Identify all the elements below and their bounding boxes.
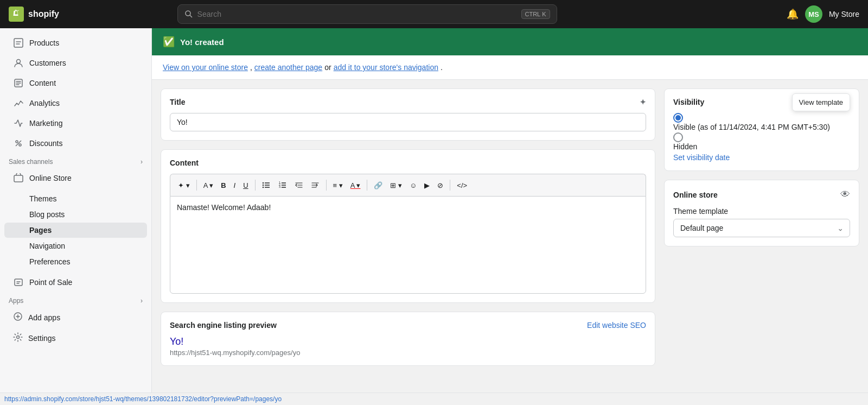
svg-point-13 xyxy=(262,182,263,183)
remove-format-btn[interactable]: ⊘ xyxy=(434,179,446,192)
eye-icon[interactable]: 👁 xyxy=(840,189,850,200)
sidebar-customers-label: Customers xyxy=(29,59,66,67)
visibility-card: Visibility View template Visible (as of … xyxy=(664,88,859,171)
svg-point-17 xyxy=(262,187,263,188)
add-nav-link[interactable]: add it to your store's navigation xyxy=(334,63,438,72)
bold-btn[interactable]: B xyxy=(218,179,229,192)
view-template-bubble: View template xyxy=(792,93,850,111)
sidebar-add-apps[interactable]: Add apps xyxy=(4,307,147,327)
customers-icon xyxy=(13,58,24,68)
content-area: Title ✦ Content ✦ ▾ A ▾ B xyxy=(152,80,868,375)
align-btn[interactable]: ≡ ▾ xyxy=(330,179,346,192)
edit-seo-link[interactable]: Edit website SEO xyxy=(587,321,646,330)
success-banner: ✅ Yo! created xyxy=(152,28,868,55)
sidebar-pos-label: Point of Sale xyxy=(29,278,72,287)
svg-point-12 xyxy=(17,336,20,339)
magic-btn[interactable]: ✦ ▾ xyxy=(175,179,193,192)
view-store-link[interactable]: View on your online store xyxy=(163,63,248,72)
apps-label: Apps xyxy=(9,297,23,305)
sidebar-item-settings[interactable]: Settings xyxy=(4,328,147,348)
svg-line-2 xyxy=(190,15,192,17)
toolbar-divider-3 xyxy=(326,180,327,191)
indent-decrease-btn[interactable] xyxy=(291,179,307,192)
search-bar[interactable]: CTRL K xyxy=(177,4,557,24)
sidebar-item-analytics[interactable]: Analytics xyxy=(4,93,147,113)
check-circle-icon: ✅ xyxy=(163,36,175,48)
svg-rect-10 xyxy=(15,279,22,286)
visible-radio[interactable] xyxy=(673,113,683,123)
sidebar-item-customers[interactable]: Customers xyxy=(4,53,147,73)
toolbar-divider-4 xyxy=(367,180,367,191)
sidebar-item-online-store[interactable]: Online Store xyxy=(4,168,147,188)
sidebar-item-content[interactable]: Content xyxy=(4,73,147,93)
content-icon xyxy=(13,78,24,88)
set-visibility-date-link[interactable]: Set visibility date xyxy=(673,153,850,162)
toolbar-divider-1 xyxy=(196,180,197,191)
logo[interactable]: shopify xyxy=(9,7,59,22)
search-input[interactable] xyxy=(197,10,517,18)
video-btn[interactable]: ▶ xyxy=(421,179,433,192)
svg-point-6 xyxy=(16,141,18,143)
svg-rect-9 xyxy=(14,175,23,182)
sales-channels-label: Sales channels xyxy=(9,158,53,166)
sidebar-item-discounts[interactable]: Discounts xyxy=(4,134,147,153)
template-select[interactable]: Default page Contact Custom xyxy=(673,219,850,237)
underline-btn[interactable]: U xyxy=(240,179,251,192)
apps-chevron-icon[interactable]: › xyxy=(141,297,143,305)
sidebar-preferences-label: Preferences xyxy=(29,257,70,266)
or-text: or xyxy=(324,63,331,72)
sidebar-sub-themes[interactable]: Themes xyxy=(4,191,147,206)
chevron-right-icon[interactable]: › xyxy=(141,158,143,166)
success-sub: View on your online store , create anoth… xyxy=(152,55,868,80)
magic-icon[interactable]: ✦ xyxy=(640,98,646,106)
success-text: Yo! created xyxy=(180,37,224,47)
sidebar-item-products[interactable]: Products xyxy=(4,33,147,53)
rte-content[interactable]: Namaste! Welcome! Adaab! xyxy=(170,196,646,294)
hidden-radio[interactable] xyxy=(673,132,683,142)
sidebar-item-point-of-sale[interactable]: Point of Sale xyxy=(4,273,147,292)
rte-toolbar: ✦ ▾ A ▾ B I U 1.2.3. xyxy=(170,174,646,196)
code-btn[interactable]: </> xyxy=(454,179,470,192)
sidebar-sub-pages[interactable]: Pages xyxy=(4,223,147,238)
content-right: Visibility View template Visible (as of … xyxy=(664,88,859,366)
visibility-hidden-option[interactable]: Hidden xyxy=(673,132,850,151)
table-btn[interactable]: ⊞ ▾ xyxy=(387,179,405,192)
search-icon xyxy=(184,10,193,18)
page-title-input[interactable] xyxy=(170,113,646,131)
create-page-link[interactable]: create another page xyxy=(254,63,322,72)
sidebar-blog-posts-label: Blog posts xyxy=(29,210,65,219)
sidebar-sub-blog-posts[interactable]: Blog posts xyxy=(4,207,147,222)
italic-btn[interactable]: I xyxy=(231,179,239,192)
online-store-title: Online store xyxy=(673,191,718,199)
link-btn[interactable]: 🔗 xyxy=(371,179,386,192)
svg-rect-3 xyxy=(14,39,23,47)
analytics-icon xyxy=(13,98,24,109)
svg-text:3.: 3. xyxy=(279,185,281,188)
visibility-visible-option[interactable]: Visible (as of 11/14/2024, 4:41 PM GMT+5… xyxy=(673,113,850,131)
sidebar-online-store-label: Online Store xyxy=(29,174,72,182)
online-store-icon xyxy=(13,173,24,183)
content-left: Title ✦ Content ✦ ▾ A ▾ B xyxy=(161,88,655,366)
text-color-btn[interactable]: A ▾ xyxy=(347,179,364,192)
font-size-btn[interactable]: A ▾ xyxy=(200,179,217,192)
sidebar-themes-label: Themes xyxy=(29,194,57,203)
emoji-btn[interactable]: ☺ xyxy=(406,179,420,192)
bell-icon[interactable]: 🔔 xyxy=(787,8,799,20)
sidebar-marketing-label: Marketing xyxy=(29,119,62,128)
visible-label: Visible (as of 11/14/2024, 4:41 PM GMT+5… xyxy=(673,123,830,131)
template-select-wrapper[interactable]: Default page Contact Custom xyxy=(673,219,850,237)
products-icon xyxy=(13,37,24,48)
logo-text: shopify xyxy=(28,9,59,19)
svg-point-15 xyxy=(262,185,263,186)
title-card-header: Title ✦ xyxy=(170,98,646,106)
seo-page-title: Yo! xyxy=(170,336,646,347)
indent-increase-btn[interactable] xyxy=(308,179,323,192)
sidebar-sub-navigation[interactable]: Navigation xyxy=(4,238,147,254)
store-name: My Store xyxy=(829,10,859,18)
bullet-list-btn[interactable] xyxy=(259,179,274,192)
sidebar-item-marketing[interactable]: Marketing xyxy=(4,113,147,133)
seo-url: https://hjst51-wq.myshopify.com/pages/yo xyxy=(170,349,646,357)
seo-header: Search engine listing preview Edit websi… xyxy=(170,321,646,330)
sidebar-sub-preferences[interactable]: Preferences xyxy=(4,254,147,269)
numbered-list-btn[interactable]: 1.2.3. xyxy=(275,179,290,192)
